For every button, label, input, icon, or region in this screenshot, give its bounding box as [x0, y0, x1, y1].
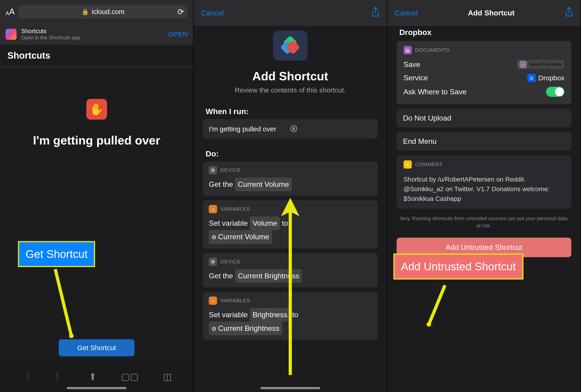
card-content: Get the Current Volume: [209, 178, 372, 191]
photos-icon: [519, 61, 527, 68]
gear-icon: ⚙: [209, 258, 217, 266]
share-icon[interactable]: ⬆︎: [89, 371, 97, 382]
lock-icon: 🔒: [82, 8, 89, 15]
ask-toggle[interactable]: [546, 87, 564, 97]
callout-get-shortcut: Get Shortcut: [18, 241, 95, 267]
svg-point-5: [426, 322, 431, 327]
dropbox-heading: Dropbox: [388, 26, 580, 41]
clear-icon[interactable]: ⓧ: [290, 124, 372, 134]
home-indicator[interactable]: [67, 387, 126, 389]
app-banner[interactable]: Shortcuts Open in the Shortcuts app OPEN: [0, 23, 193, 45]
banner-title: Shortcuts: [21, 27, 80, 35]
card-group-label: DEVICE: [220, 167, 240, 173]
shortcuts-icon: [273, 30, 308, 60]
card-content: Set variable Volume to ⚙Current Volume: [209, 216, 372, 244]
modal-header: Cancel Add Shortcut: [388, 0, 580, 26]
leader-line-1: [53, 267, 80, 343]
card-group-label: VARIABLES: [220, 298, 250, 304]
variable-icon: 𝑥: [209, 297, 217, 305]
do-label: Do:: [194, 146, 387, 161]
card-group-label: DOCUMENTS: [415, 47, 450, 53]
shortcut-name-input[interactable]: I'm getting pulled over ⓧ: [203, 119, 378, 139]
add-shortcut-title: Add Shortcut: [194, 67, 387, 85]
center-icon: [194, 26, 387, 67]
save-label: Save: [404, 60, 420, 69]
open-app-button[interactable]: OPEN: [168, 30, 188, 38]
panel-add-shortcut-confirm: Cancel Add Shortcut Dropbox ▤DOCUMENTS S…: [388, 0, 581, 392]
shortcut-preview: ✋ I'm getting pulled over: [0, 67, 193, 161]
share-icon[interactable]: [371, 7, 380, 19]
safari-addressbar: AA 🔒 icloud.com ⟳: [0, 0, 193, 23]
forward-icon[interactable]: 〉: [55, 370, 64, 383]
ask-save-row: Ask Where to Save: [404, 84, 564, 99]
action-card-set-volume: 𝑥VARIABLES Set variable Volume to ⚙Curre…: [203, 200, 378, 248]
save-row: Save Saved Photo Media: [404, 57, 564, 71]
variable-pill[interactable]: Brightness: [250, 308, 290, 322]
documents-card: ▤DOCUMENTS Save Saved Photo Media Servic…: [396, 41, 571, 104]
variable-icon: 𝑥: [209, 205, 217, 213]
card-group-label: COMMENT: [415, 161, 443, 167]
action-card-device-volume: ⚙DEVICE Get the Current Volume: [203, 161, 378, 196]
shortcuts-app-icon: [6, 29, 16, 40]
svg-line-4: [429, 285, 445, 324]
bookmarks-icon[interactable]: ▢▢: [121, 371, 138, 382]
variable-pill[interactable]: Current Brightness: [235, 269, 302, 283]
warning-text: llery. Running shortcuts from untrusted …: [388, 214, 580, 234]
service-value: ⧈Dropbox: [527, 74, 564, 82]
modal-title: Add Shortcut: [418, 9, 565, 17]
share-icon[interactable]: [565, 7, 573, 19]
app-info: Shortcuts Open in the Shortcuts app: [21, 27, 80, 41]
modal-header: Cancel: [194, 0, 387, 26]
tabs-icon[interactable]: ◫: [163, 371, 172, 382]
saved-media-pill[interactable]: Saved Photo Media: [516, 60, 564, 69]
when-i-run-label: When I run:: [194, 103, 387, 119]
cancel-button[interactable]: Cancel: [395, 9, 418, 17]
leader-line-3: [426, 283, 454, 329]
card-content: Get the Current Brightness: [209, 269, 372, 283]
hand-icon: ✋: [86, 99, 107, 120]
callout-add-untrusted: Add Untrusted Shortcut: [394, 254, 524, 280]
action-card-device-brightness: ⚙DEVICE Get the Current Brightness: [203, 253, 378, 287]
bottom-area: Get Shortcut 〈 〉 ⬆︎ ▢▢ ◫: [0, 333, 193, 392]
end-menu-row: End Menu: [396, 132, 571, 151]
dropbox-icon: ⧈: [527, 74, 536, 82]
review-subtitle: Review the contents of this shortcut.: [194, 85, 387, 103]
variable-pill[interactable]: ⚙Current Brightness: [209, 322, 282, 335]
comment-text: Shortcut by /u/RobertAPetersen on Reddit…: [404, 172, 564, 204]
comment-card: ≡COMMENT Shortcut by /u/RobertAPetersen …: [396, 155, 571, 209]
svg-line-0: [55, 269, 71, 336]
panel-safari: AA 🔒 icloud.com ⟳ Shortcuts Open in the …: [0, 0, 194, 392]
banner-subtitle: Open in the Shortcuts app: [21, 35, 80, 41]
section-header: Shortcuts: [0, 45, 193, 67]
url-bar[interactable]: 🔒 icloud.com ⟳: [18, 5, 188, 18]
cancel-button[interactable]: Cancel: [201, 9, 224, 17]
variable-pill[interactable]: ⚙Current Volume: [209, 230, 272, 244]
ask-label: Ask Where to Save: [404, 88, 466, 96]
refresh-icon[interactable]: ⟳: [178, 7, 184, 16]
gear-icon: ⚙: [209, 166, 217, 174]
card-group-label: VARIABLES: [220, 206, 250, 212]
service-row[interactable]: Service ⧈Dropbox: [404, 71, 564, 84]
get-shortcut-button[interactable]: Get Shortcut: [59, 339, 134, 356]
card-group-label: DEVICE: [220, 259, 240, 265]
url-text: icloud.com: [92, 8, 124, 16]
back-icon[interactable]: 〈: [22, 370, 30, 383]
service-label: Service: [404, 74, 428, 82]
variable-pill[interactable]: Current Volume: [235, 178, 292, 191]
panel-add-shortcut-preview: Cancel Add Shortcut Review the contents …: [194, 0, 387, 392]
document-icon: ▤: [404, 46, 412, 54]
comment-icon: ≡: [404, 160, 412, 169]
home-indicator[interactable]: [260, 387, 320, 389]
do-not-upload-row[interactable]: Do Not Upload: [396, 109, 571, 127]
shortcut-name: I'm getting pulled over: [33, 133, 160, 147]
card-content: Set variable Brightness to ⚙Current Brig…: [209, 308, 372, 335]
input-value: I'm getting pulled over: [209, 125, 290, 133]
variable-pill[interactable]: Volume: [250, 216, 280, 230]
text-size-icon[interactable]: AA: [6, 7, 15, 16]
action-card-set-brightness: 𝑥VARIABLES Set variable Brightness to ⚙C…: [203, 292, 378, 340]
